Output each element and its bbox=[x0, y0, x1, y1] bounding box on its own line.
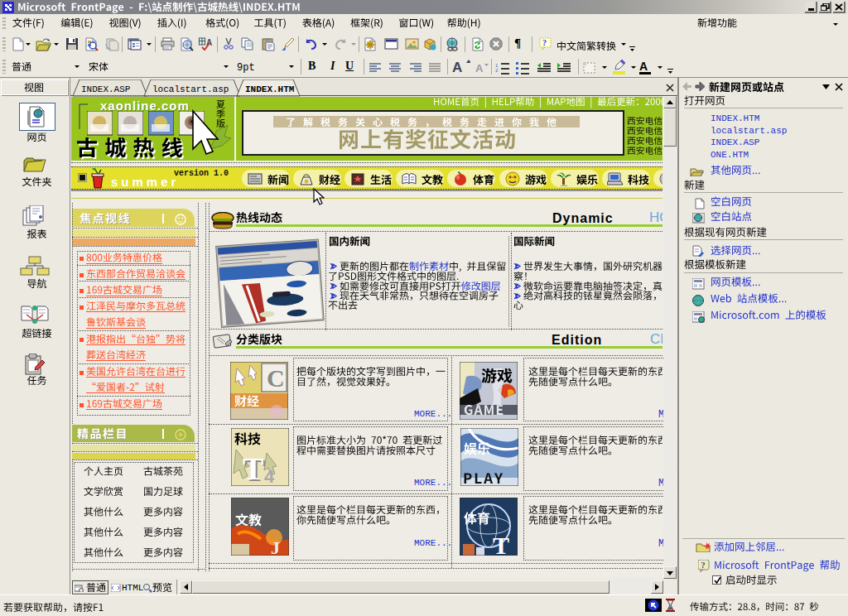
svg-text:4: 4 bbox=[264, 466, 275, 486]
svg-text:T: T bbox=[493, 532, 509, 556]
svg-text:A: A bbox=[452, 60, 462, 75]
svg-text:J: J bbox=[271, 537, 280, 556]
svg-text:T: T bbox=[243, 451, 263, 486]
svg-text:?: ? bbox=[542, 38, 547, 47]
svg-text:C: C bbox=[267, 364, 285, 392]
svg-text:A: A bbox=[475, 62, 484, 74]
svg-text:?: ? bbox=[701, 561, 706, 570]
svg-text:2: 2 bbox=[495, 68, 499, 73]
svg-text:A: A bbox=[639, 60, 648, 73]
